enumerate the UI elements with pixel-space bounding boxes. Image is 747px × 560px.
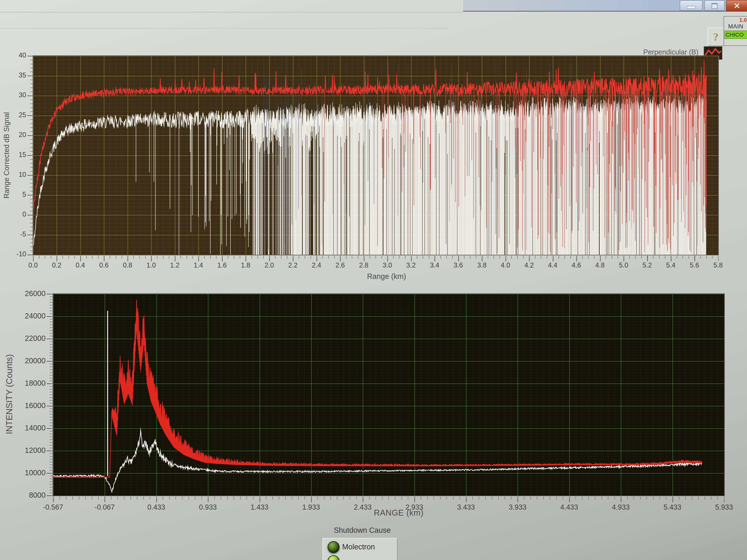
bottom-chart (53, 293, 725, 496)
tick-label: 15 (6, 151, 26, 159)
tick-label: 8000 (7, 491, 46, 499)
molectron-label: Molectron (342, 543, 375, 551)
tick-label: 10000 (7, 469, 46, 477)
top-chart-x-minor-ticks (33, 256, 718, 259)
tick-label: 18000 (7, 379, 46, 387)
tick-label: -10 (6, 250, 26, 258)
tick-label: 40 (6, 51, 26, 59)
tick-label: 25 (6, 111, 26, 119)
legend-label: Perpendicular (B) (594, 48, 698, 56)
tick-label: 3.933 (497, 503, 538, 511)
second-led-icon (328, 555, 339, 560)
main-label: MAIN (724, 23, 747, 30)
tick-label: 35 (6, 71, 26, 79)
tick-label: 0 (6, 210, 26, 218)
tick-label: 5.433 (652, 503, 693, 511)
panel-edge-line (0, 12, 463, 12)
tick-label: 20 (6, 131, 26, 139)
tick-label: 4.933 (600, 503, 641, 511)
tick-label: 5 (6, 191, 26, 198)
shutdown-cause-title: Shutdown Cause (317, 526, 407, 534)
shutdown-cause-panel: Molectron (323, 538, 397, 560)
help-button[interactable]: ? (707, 27, 724, 46)
bottom-chart-x-minor-ticks (53, 497, 724, 500)
panel-edge-line-2 (0, 28, 448, 29)
tick-label: 16000 (7, 401, 46, 410)
top-chart (33, 55, 719, 256)
tick-label: -0.067 (84, 503, 125, 511)
bottom-chart-y-axis-title: INTENSITY (Counts) (4, 323, 14, 465)
tick-label: 22000 (7, 334, 46, 343)
help-icon: ? (713, 31, 719, 43)
minimize-button[interactable] (680, 0, 702, 11)
tick-label: 4.433 (549, 503, 590, 511)
maximize-icon (712, 3, 718, 9)
screen: ✕ ? 1.0 MAIN CHICO Perpendicular (B) Ran… (0, 0, 747, 560)
tick-label: 30 (6, 91, 26, 99)
top-chart-canvas (33, 56, 718, 255)
bottom-chart-canvas (53, 294, 724, 496)
tick-label: 14000 (7, 424, 46, 432)
tick-label: 0.433 (136, 503, 177, 511)
top-chart-x-axis-title: Range (km) (293, 272, 480, 281)
maximize-button[interactable] (704, 0, 725, 11)
tick-label: 24000 (7, 312, 46, 320)
bottom-chart-y-minor-ticks (50, 294, 53, 496)
version-text: 1.0 (724, 17, 747, 23)
close-icon: ✕ (733, 1, 740, 10)
bottom-chart-x-axis-title: RANGE (km) (305, 508, 492, 517)
close-button[interactable]: ✕ (726, 0, 747, 11)
tick-label: 26000 (7, 289, 46, 298)
tick-label: -0.567 (32, 503, 74, 511)
tick-label: 1.433 (239, 503, 280, 511)
tick-label: 12000 (7, 446, 46, 455)
tick-label: 0.933 (187, 503, 228, 511)
tick-label: 10 (6, 170, 26, 179)
molectron-led-icon (328, 541, 339, 553)
chico-indicator[interactable]: CHICO (724, 31, 747, 39)
tick-label: 20000 (7, 356, 46, 365)
tick-label: 5.933 (703, 503, 745, 511)
tick-label: 5.8 (697, 261, 739, 269)
minimize-icon (687, 6, 695, 9)
tick-label: -5 (6, 230, 26, 238)
main-chico-panel: 1.0 MAIN CHICO (723, 16, 747, 46)
